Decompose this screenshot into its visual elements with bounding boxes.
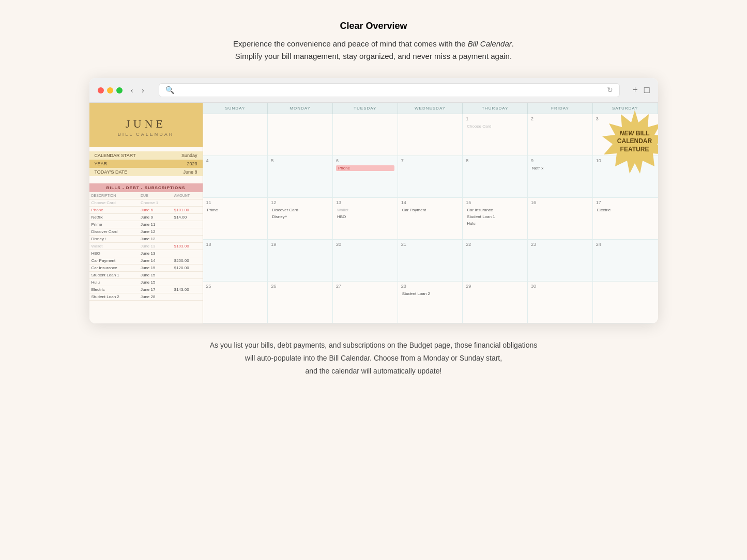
bill-amount: $120.00	[172, 265, 203, 272]
calendar-cell: 22	[463, 240, 528, 281]
todays-date-value: June 8	[183, 169, 197, 175]
day-header: WEDNESDAY	[398, 103, 463, 114]
bill-calendar-label: BILL CALENDAR	[98, 132, 194, 137]
calendar-week: 18192021222324	[203, 240, 658, 282]
footer-text: As you list your bills, debt payments, a…	[210, 339, 538, 378]
duplicate-button[interactable]: □	[644, 85, 650, 96]
year-value: 2023	[187, 161, 197, 166]
bill-amount: $101.00	[172, 207, 203, 214]
bill-due: June 15	[139, 265, 172, 272]
calendar-cell	[203, 114, 268, 155]
cell-event: Discover Card	[271, 207, 329, 213]
bill-desc: HBO	[89, 250, 139, 257]
browser-content: JUNE BILL CALENDAR CALENDAR START Sunday…	[89, 103, 658, 323]
calendar-cell: 16	[528, 198, 593, 239]
forward-button[interactable]: ›	[140, 86, 146, 95]
cell-event: Phone	[336, 165, 394, 171]
bill-desc: Choose Card	[89, 199, 139, 207]
new-tab-button[interactable]: +	[632, 85, 637, 96]
day-header: FRIDAY	[528, 103, 593, 114]
calendar-cell: 13WalletHBO	[333, 198, 398, 239]
calendar-cell: 21	[398, 240, 463, 281]
calendar-area: SUNDAYMONDAYTUESDAYWEDNESDAYTHURSDAYFRID…	[203, 103, 658, 323]
browser-window: ‹ › 🔍 ↻ + □ JUNE BILL CALENDAR CALENDAR …	[89, 78, 658, 323]
calendar-week: 1Choose Card23	[203, 114, 658, 156]
bill-due: June 14	[139, 257, 172, 265]
cell-event: HBO	[336, 214, 394, 220]
calendar-cell: 30	[528, 282, 593, 323]
bill-desc: Wallet	[89, 243, 139, 250]
bills-header: BILLS - DEBT - SUBSCRIPTIONS	[89, 183, 203, 192]
cell-event: Car Insurance	[466, 207, 524, 213]
bill-amount	[172, 279, 203, 286]
bill-amount: $103.00	[172, 243, 203, 250]
calendar-cell: 14Car Payment	[398, 198, 463, 239]
cell-date: 4	[206, 158, 265, 163]
calendar-start-value: Sunday	[181, 153, 197, 158]
col-amount: AMOUNT	[172, 192, 203, 199]
cell-date: 27	[336, 284, 394, 289]
bill-amount: $143.00	[172, 286, 203, 293]
dot-red[interactable]	[98, 87, 104, 94]
cell-date: 19	[271, 242, 329, 247]
bill-desc: Netflix	[89, 214, 139, 221]
page-description: Experience the convenience and peace of …	[233, 38, 514, 63]
col-due: DUE	[139, 192, 172, 199]
calendar-cell: 19	[268, 240, 333, 281]
cell-date: 16	[531, 200, 589, 205]
cell-date: 8	[466, 158, 524, 163]
dot-green[interactable]	[116, 87, 123, 94]
refresh-icon[interactable]: ↻	[607, 86, 613, 95]
back-button[interactable]: ‹	[129, 86, 135, 95]
cell-date: 11	[206, 200, 265, 205]
cell-date: 12	[271, 200, 329, 205]
calendar-grid: 1Choose Card23456Phone789Netflix1011Prim…	[203, 114, 658, 323]
cell-date: 7	[401, 158, 460, 163]
bill-due: June 13	[139, 243, 172, 250]
cell-event: Electric	[596, 207, 655, 213]
cell-date: 5	[271, 158, 329, 163]
bill-amount	[172, 221, 203, 228]
calendar-cell: 15Car InsuranceStudent Loan 1Hulu	[463, 198, 528, 239]
bill-desc: Student Loan 1	[89, 272, 139, 279]
cell-date: 23	[531, 242, 589, 247]
cell-event: Student Loan 1	[466, 214, 524, 220]
bill-due: June 17	[139, 286, 172, 293]
bill-desc: Phone	[89, 207, 139, 214]
dot-yellow[interactable]	[107, 87, 113, 94]
day-header: SUNDAY	[203, 103, 268, 114]
calendar-week: 456Phone789Netflix10	[203, 156, 658, 198]
calendar-cell: 25	[203, 282, 268, 323]
bill-desc: Disney+	[89, 236, 139, 243]
bill-due: June 15	[139, 272, 172, 279]
calendar-cell: 5	[268, 156, 333, 197]
bill-due: June 9	[139, 214, 172, 221]
cell-date: 20	[336, 242, 394, 247]
starburst-text: NEW BILL CALENDAR FEATURE	[617, 130, 652, 154]
bill-desc: Electric	[89, 286, 139, 293]
cell-date: 17	[596, 200, 655, 205]
bill-amount	[172, 293, 203, 301]
page-title: Clear Overview	[233, 21, 514, 32]
bill-desc: Student Loan 2	[89, 293, 139, 301]
bill-due: June 15	[139, 279, 172, 286]
calendar-cell: 28Student Loan 2	[398, 282, 463, 323]
cell-date: 26	[271, 284, 329, 289]
browser-search-bar[interactable]: 🔍 ↻	[159, 83, 620, 97]
cell-event: Student Loan 2	[401, 291, 460, 297]
day-header: THURSDAY	[463, 103, 528, 114]
calendar-cell: 18	[203, 240, 268, 281]
bill-amount	[172, 199, 203, 207]
page-header: Clear Overview Experience the convenienc…	[233, 21, 514, 63]
calendar-cell	[398, 114, 463, 155]
calendar-cell: 24	[593, 240, 658, 281]
bill-desc: Prime	[89, 221, 139, 228]
calendar-cell: 23	[528, 240, 593, 281]
cell-event: Netflix	[531, 165, 589, 171]
todays-date-row: TODAY'S DATE June 8	[89, 168, 203, 176]
calendar-cell: 20	[333, 240, 398, 281]
cell-date: 24	[596, 242, 655, 247]
bill-desc: Hulu	[89, 279, 139, 286]
sidebar-header: JUNE BILL CALENDAR	[89, 103, 203, 147]
cell-event: Prime	[206, 207, 265, 213]
